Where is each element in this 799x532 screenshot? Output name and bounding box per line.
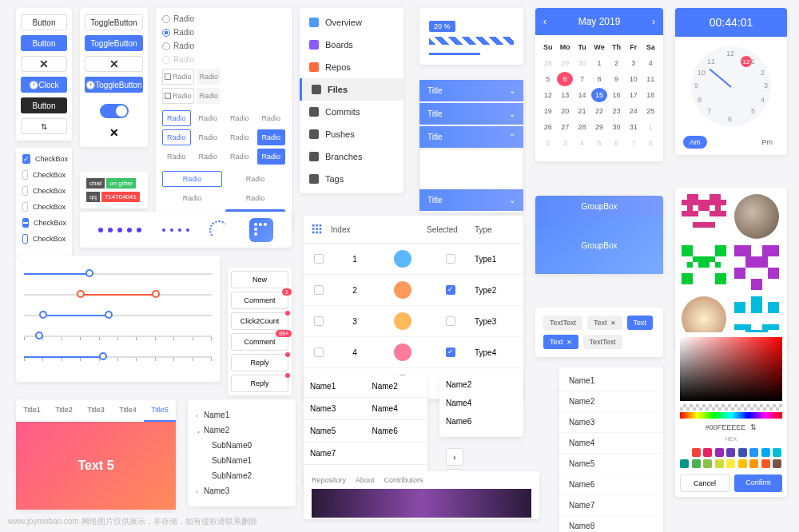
selected-checkbox[interactable] [446,254,455,264]
color-swatch[interactable] [692,459,701,468]
calendar-day[interactable]: 4 [643,56,658,70]
clock-face[interactable]: 12 12 3 6 9 1 2 4 5 7 8 10 11 [691,46,771,126]
stepper-icon[interactable]: ⇅ [750,423,757,431]
tree-node[interactable]: ›Name1 [196,407,288,423]
calendar-day[interactable]: 4 [574,136,590,150]
grid-icon[interactable] [312,224,323,235]
calendar-day[interactable]: 1 [643,120,658,134]
reply-button[interactable]: Reply [231,354,288,371]
color-swatch[interactable] [715,459,724,468]
calendar-day[interactable]: 16 [609,88,624,102]
list-item[interactable]: Name8 [559,516,663,532]
calendar-day[interactable]: 29 [591,120,606,134]
table-cell[interactable] [366,443,428,464]
close-icon[interactable]: ✕ [21,56,67,72]
table-cell[interactable]: Name2 [366,375,428,397]
calendar-day[interactable]: 30 [574,56,590,70]
calendar-day[interactable]: 5 [591,136,606,150]
radio-cell[interactable]: Radio [162,129,191,145]
tab[interactable]: Title4 [112,399,144,422]
cancel-button[interactable]: Cancel [680,474,729,492]
calendar-day[interactable]: 15 [591,88,606,102]
color-swatch[interactable] [726,459,735,468]
color-swatch[interactable] [692,448,701,457]
click-count-button[interactable]: Click2Count [231,312,288,330]
accordion-header[interactable]: Title⌄ [419,189,523,211]
radio-cell[interactable]: Radio [162,190,222,206]
nav-item-files[interactable]: Files [300,78,403,101]
prev-button[interactable]: ‹ [446,448,463,466]
calendar-day[interactable]: 13 [557,88,572,102]
comment-button[interactable]: Comment1 [231,292,288,309]
list-item[interactable]: Name2 [446,375,517,394]
row-checkbox[interactable] [314,285,324,295]
new-button[interactable]: New [231,271,288,288]
radio-cell[interactable]: Radio [194,149,223,165]
alpha-slider[interactable] [680,404,782,411]
calendar-day[interactable]: 12 [540,88,555,102]
accordion-header[interactable]: Title⌄ [419,103,523,125]
sort-button[interactable]: ⇅ [21,118,67,134]
calendar-day[interactable]: 19 [540,104,555,118]
toggle-button-2[interactable]: ToggleButton [85,35,143,51]
prev-month-button[interactable]: ‹ [543,16,547,27]
tag-closable[interactable]: Text✕ [587,316,622,330]
tab[interactable]: Title3 [80,399,112,422]
list-item[interactable]: Name6 [559,474,663,495]
close-icon[interactable]: ✕ [566,339,572,346]
radio-cell[interactable]: Radio [257,110,286,126]
button-primary[interactable]: Button [21,35,67,51]
selected-checkbox[interactable] [446,316,455,326]
footer-tab[interactable]: About [356,476,375,484]
hue-slider[interactable] [680,412,782,419]
calendar-day[interactable]: 30 [609,120,624,134]
calendar-day[interactable]: 24 [626,104,641,118]
tag-selected[interactable]: Text [627,316,654,330]
calendar-day[interactable]: 28 [540,56,555,70]
radio-cell[interactable]: Radio [225,190,285,206]
checkbox-item[interactable]: CheckBox [22,218,66,228]
tree-node[interactable]: ›Name3 [196,483,288,498]
radio-cell[interactable]: Radio [162,149,191,165]
button-default[interactable]: Button [21,14,67,30]
calendar-day[interactable]: 14 [574,88,590,102]
radio-cell[interactable]: Radio [225,149,254,165]
am-button[interactable]: Am [683,136,707,149]
list-item[interactable]: Name4 [559,433,663,454]
calendar-day[interactable]: 29 [557,56,572,70]
nav-item-commits[interactable]: Commits [300,101,403,123]
color-swatch[interactable] [703,448,712,457]
radio-cell[interactable]: Radio [225,110,254,126]
radio-cell[interactable]: Radio [194,110,223,126]
color-swatch[interactable] [773,459,781,468]
pm-button[interactable]: Pm [756,136,780,149]
calendar-day[interactable]: 6 [609,136,624,150]
slider-ticks[interactable] [24,329,212,342]
list-item[interactable]: Name4 [446,394,517,412]
selected-checkbox[interactable] [446,347,455,357]
calendar-day[interactable]: 3 [626,56,641,70]
calendar-day[interactable]: 20 [557,104,572,118]
color-swatch[interactable] [761,459,770,468]
color-swatch[interactable] [726,448,735,457]
radio-option[interactable]: Radio [162,14,285,23]
calendar-day[interactable]: 8 [643,136,658,150]
tree-child[interactable]: SubName1 [196,453,288,468]
tab[interactable]: Title2 [48,399,80,422]
calendar-day[interactable]: 10 [626,72,641,86]
calendar-day[interactable]: 6 [557,72,572,86]
tab[interactable]: Title1 [16,399,48,422]
checkbox-item[interactable]: CheckBox [22,202,66,212]
radio-cell[interactable]: Radio [162,171,222,187]
table-cell[interactable]: Name1 [304,375,366,397]
color-swatch[interactable] [715,448,724,457]
calendar-day[interactable]: 23 [609,104,624,118]
color-swatch[interactable] [680,459,689,468]
checkbox-item[interactable]: ✓CheckBox [22,154,66,164]
calendar-day[interactable]: 22 [591,104,606,118]
nav-item-tags[interactable]: Tags [300,168,403,190]
radio-option[interactable]: Radio [162,42,285,50]
badge-qq[interactable]: qq714704041 [86,192,141,202]
calendar-day[interactable]: 18 [643,88,658,102]
radio-cell[interactable]: Radio [162,69,194,85]
